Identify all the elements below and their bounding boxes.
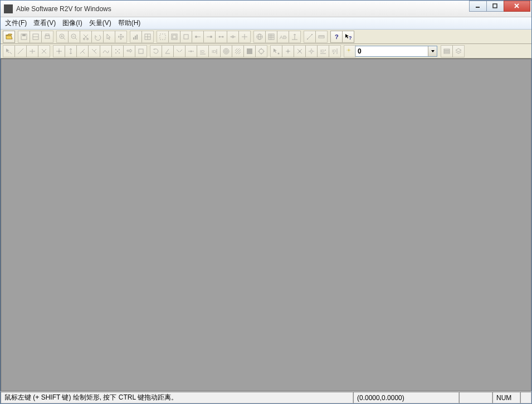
elevation-button[interactable] [289, 31, 301, 43]
fill-button[interactable] [243, 45, 256, 57]
svg-point-115 [287, 50, 289, 52]
app-window: Able Software R2V for Windows 文件(F) 查看(V… [0, 0, 532, 404]
menu-file[interactable]: 文件(F) [5, 18, 27, 28]
id-show-button[interactable]: ID [197, 45, 209, 57]
open-button[interactable] [3, 31, 15, 43]
svg-rect-5 [22, 34, 26, 36]
branch-up-button[interactable] [76, 45, 89, 57]
id-line-button[interactable]: ID [208, 45, 221, 57]
ruler-button[interactable] [315, 31, 328, 43]
angle-button[interactable] [162, 45, 174, 57]
add-node-button[interactable] [26, 45, 38, 57]
pan-button[interactable] [115, 31, 127, 43]
cut-button[interactable] [80, 31, 92, 43]
threshold-button[interactable] [141, 31, 154, 43]
reverse-button[interactable] [123, 45, 135, 57]
minimize-button[interactable] [469, 1, 487, 12]
layer-dropdown-arrow[interactable] [428, 46, 437, 56]
point-id-vert-button[interactable]: ID [329, 45, 341, 57]
close-line-button[interactable] [135, 45, 147, 57]
contour-button[interactable] [220, 45, 232, 57]
menu-view[interactable]: 查看(V) [33, 18, 56, 28]
branch-down-button[interactable] [88, 45, 100, 57]
svg-line-116 [297, 49, 302, 53]
context-help-button[interactable]: ? [342, 31, 354, 43]
intersection-button[interactable] [238, 31, 251, 43]
svg-point-82 [119, 49, 120, 50]
measure-button[interactable] [304, 31, 316, 43]
menu-image[interactable]: 图像(I) [62, 18, 82, 28]
point-edit-button[interactable] [270, 45, 282, 57]
close-button[interactable] [504, 1, 530, 12]
grid-button[interactable] [265, 31, 277, 43]
node-marker-button[interactable] [227, 31, 239, 43]
zoom-in-button[interactable] [56, 31, 69, 43]
window-title: Able Software R2V for Windows [16, 5, 470, 13]
region-button[interactable] [168, 31, 180, 43]
svg-text:?: ? [349, 35, 352, 41]
svg-rect-136 [444, 51, 450, 52]
layer-stack-button[interactable] [452, 45, 465, 57]
svg-point-10 [60, 34, 64, 38]
svg-point-41 [232, 36, 234, 38]
split-left-button[interactable] [185, 45, 197, 57]
point-id-horiz-button[interactable]: ID [317, 45, 329, 57]
pointer-button[interactable] [103, 31, 115, 43]
snap-grid-button[interactable] [111, 45, 124, 57]
svg-line-55 [307, 34, 313, 40]
status-num: NUM [492, 392, 520, 403]
svg-point-119 [310, 50, 313, 52]
svg-line-69 [42, 49, 46, 53]
node-start-button[interactable] [192, 31, 204, 43]
svg-point-44 [257, 34, 262, 40]
svg-rect-8 [45, 36, 50, 38]
add-point-button[interactable] [282, 45, 294, 57]
crop-button[interactable] [180, 31, 192, 43]
histogram-button[interactable] [130, 31, 142, 43]
move-node-button[interactable] [53, 45, 65, 57]
save-workspace-button[interactable] [30, 31, 42, 43]
svg-rect-25 [136, 35, 138, 40]
line-edit-button[interactable] [3, 45, 15, 57]
toolbar-vector: ID ID ID ID [1, 44, 531, 59]
menubar: 文件(F) 查看(V) 图像(I) 矢量(V) 帮助(H) [1, 17, 531, 30]
toolbar-main: ABC ? ? [1, 30, 531, 44]
endpoints-button[interactable] [215, 31, 227, 43]
menu-vector[interactable]: 矢量(V) [89, 18, 111, 28]
move-point-button[interactable] [305, 45, 318, 57]
delete-node-button[interactable] [38, 45, 50, 57]
undo-button[interactable] [91, 31, 104, 43]
globe-button[interactable] [253, 31, 266, 43]
workspace[interactable] [1, 59, 531, 391]
layer-input[interactable] [355, 46, 428, 56]
hatch-button[interactable] [232, 45, 244, 57]
svg-point-36 [210, 36, 212, 38]
svg-point-81 [115, 49, 116, 50]
maximize-button[interactable] [486, 1, 504, 12]
text-button[interactable]: ABC [277, 31, 289, 43]
rotate-button[interactable] [150, 45, 162, 57]
layer-combo[interactable] [355, 46, 437, 57]
print-button[interactable] [41, 31, 53, 43]
svg-rect-86 [139, 49, 143, 53]
svg-line-15 [75, 38, 77, 40]
select-rect-button[interactable] [157, 31, 169, 43]
smooth-button[interactable] [100, 45, 112, 57]
zoom-out-button[interactable] [68, 31, 80, 43]
draw-line-button[interactable] [14, 45, 27, 57]
svg-point-84 [119, 52, 120, 53]
layer-highlight-button[interactable] [344, 45, 356, 57]
svg-point-45 [258, 34, 261, 40]
svg-rect-26 [145, 34, 150, 40]
layer-manager-button[interactable] [441, 45, 453, 57]
save-button[interactable] [18, 31, 30, 43]
help-button[interactable]: ? [330, 31, 343, 43]
svg-point-99 [223, 48, 229, 54]
join-button[interactable] [173, 45, 186, 57]
delete-point-button[interactable] [294, 45, 306, 57]
move-vertical-button[interactable] [65, 45, 77, 57]
node-end-button[interactable] [203, 31, 216, 43]
svg-point-93 [191, 50, 192, 52]
highlight-button[interactable] [255, 45, 267, 57]
menu-help[interactable]: 帮助(H) [118, 18, 141, 28]
